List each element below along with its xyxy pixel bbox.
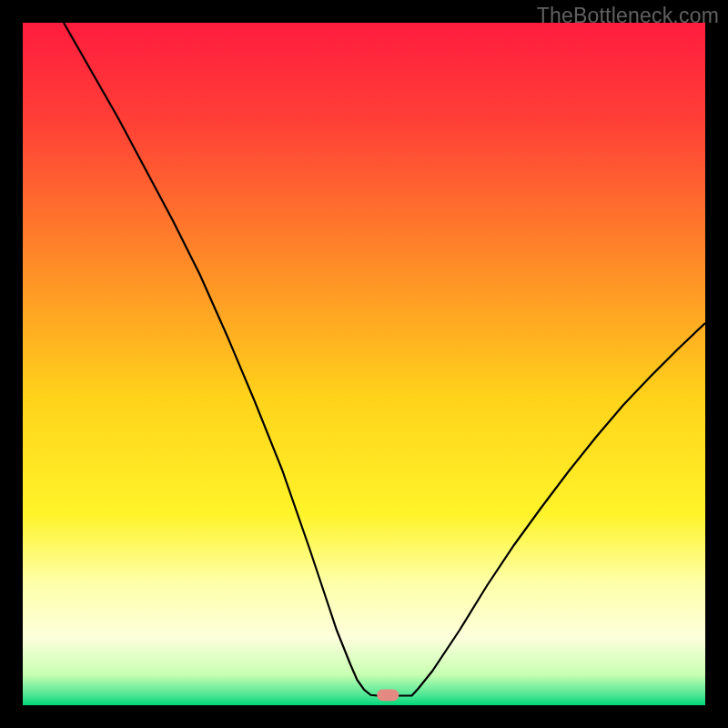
optimal-point-marker bbox=[377, 689, 399, 701]
chart-stage: TheBottleneck.com bbox=[0, 0, 728, 728]
bottleneck-chart bbox=[23, 23, 705, 705]
gradient-background bbox=[23, 23, 705, 705]
watermark-text: TheBottleneck.com bbox=[537, 4, 719, 28]
